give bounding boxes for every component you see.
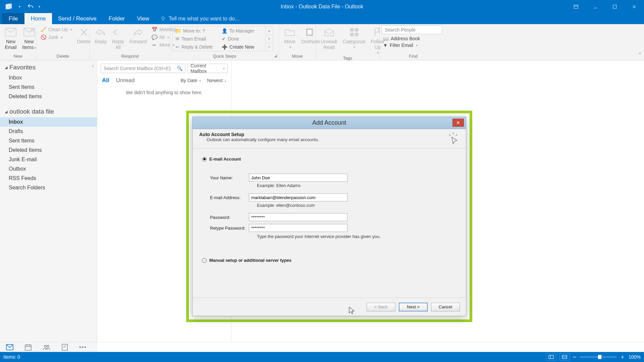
reply-all-button[interactable]: Reply All bbox=[109, 25, 127, 51]
nav-tasks-icon[interactable] bbox=[62, 344, 68, 351]
favorites-items: Inbox Sent Items Deleted Items bbox=[0, 72, 97, 105]
collapse-ribbon-icon[interactable]: ˄ bbox=[639, 52, 641, 58]
zoom-in-icon[interactable]: ＋ bbox=[620, 354, 625, 361]
clean-up-button[interactable]: 🧹Clean Up▾ bbox=[38, 26, 74, 33]
qs-team-email[interactable]: ✉Team Email bbox=[173, 35, 219, 43]
qs-to-manager[interactable]: 👤To Manager bbox=[219, 27, 265, 35]
group-delete: 🧹Clean Up▾ 🚫Junk▾ Delete Delete bbox=[36, 24, 90, 60]
nav-people-icon[interactable] bbox=[43, 344, 50, 350]
folder-junk[interactable]: Junk E-mail bbox=[0, 155, 97, 164]
move-button[interactable]: Move▾ bbox=[281, 25, 299, 50]
dialog-launcher-icon[interactable]: ◢ bbox=[274, 54, 277, 58]
tab-file[interactable]: File bbox=[2, 13, 24, 24]
chevron-up-icon[interactable]: ▲ bbox=[266, 27, 273, 35]
input-retype-password[interactable] bbox=[249, 224, 347, 232]
ribbon: New Email New Items▾ New 🧹Clean Up▾ 🚫Jun… bbox=[0, 24, 644, 60]
input-email[interactable] bbox=[249, 193, 347, 201]
address-book-button[interactable]: 📖Address Book bbox=[382, 36, 445, 41]
folder-deleted[interactable]: Deleted Items bbox=[0, 145, 97, 155]
bulb-icon bbox=[160, 16, 166, 22]
folder-sent[interactable]: Sent Items bbox=[0, 136, 97, 145]
triangle-down-icon: ◢ bbox=[5, 110, 7, 114]
group-label-new: New bbox=[0, 54, 36, 60]
dialog-close-button[interactable]: ✕ bbox=[452, 119, 464, 127]
filter-unread[interactable]: Unread bbox=[116, 77, 135, 84]
search-icon[interactable]: 🔍 bbox=[177, 66, 182, 71]
favorites-header[interactable]: ◢Favorites bbox=[5, 64, 92, 71]
new-email-button[interactable]: New Email bbox=[2, 25, 19, 51]
radio-manual-setup[interactable]: Manual setup or additional server types bbox=[202, 258, 457, 263]
search-mailbox-input[interactable]: Search Current Mailbox (Ctrl+E) 🔍 bbox=[101, 64, 185, 73]
svg-rect-10 bbox=[350, 28, 354, 32]
qs-reply-delete[interactable]: ↩Reply & Delete bbox=[173, 43, 219, 51]
hint-password: Type the password your Internet service … bbox=[210, 234, 457, 239]
folder-search[interactable]: Search Folders bbox=[0, 183, 97, 192]
filter-email-button[interactable]: ▼Filter Email▾ bbox=[382, 43, 445, 48]
cancel-button[interactable]: Cancel bbox=[431, 303, 460, 311]
app-icon bbox=[5, 3, 13, 11]
tell-me[interactable]: Tell me what you want to do... bbox=[160, 13, 239, 24]
nav-more-icon[interactable]: ••• bbox=[79, 344, 87, 350]
label-your-name: Your Name: bbox=[210, 175, 249, 180]
tab-send-receive[interactable]: Send / Receive bbox=[52, 13, 103, 24]
sort-order-dropdown[interactable]: Newest ↓ bbox=[207, 78, 226, 83]
new-items-button[interactable]: New Items▾ bbox=[19, 25, 39, 51]
fav-sent[interactable]: Sent Items bbox=[0, 82, 97, 92]
plus-icon: ➕ bbox=[222, 44, 227, 50]
group-respond: Reply Reply All Forward 📅Meeting 💬IM▾ ➥M… bbox=[90, 24, 170, 60]
dialog-title-bar[interactable]: Add Account ✕ bbox=[193, 117, 466, 129]
search-scope-dropdown[interactable]: Current Mailbox▾ bbox=[187, 64, 228, 73]
tab-home[interactable]: Home bbox=[24, 13, 52, 24]
qs-move-to[interactable]: 📁Move to: ? bbox=[173, 27, 219, 35]
fav-deleted[interactable]: Deleted Items bbox=[0, 92, 97, 101]
categorize-button[interactable]: Categorize▾ bbox=[340, 25, 368, 50]
triangle-down-icon: ◢ bbox=[5, 65, 7, 70]
filter-all[interactable]: All bbox=[102, 77, 109, 84]
junk-button[interactable]: 🚫Junk▾ bbox=[38, 34, 74, 41]
view-reading-icon[interactable] bbox=[559, 353, 570, 361]
undo-icon[interactable] bbox=[26, 3, 35, 11]
minimize-icon[interactable] bbox=[586, 0, 605, 13]
input-your-name[interactable] bbox=[249, 174, 347, 182]
tab-folder[interactable]: Folder bbox=[103, 13, 131, 24]
folder-inbox[interactable]: Inbox bbox=[0, 117, 97, 127]
dialog-title: Add Account bbox=[312, 119, 346, 126]
data-file-header[interactable]: ◢outlook data file bbox=[5, 108, 92, 115]
svg-rect-9 bbox=[308, 30, 312, 35]
radio-email-account[interactable]: E-mail Account bbox=[202, 157, 457, 162]
search-people-input[interactable]: Search People bbox=[382, 25, 442, 34]
quick-steps-gallery[interactable]: 📁Move to: ? ✉Team Email ↩Reply & Delete … bbox=[172, 26, 273, 51]
svg-point-17 bbox=[47, 345, 49, 347]
qs-done[interactable]: ✔Done bbox=[219, 35, 265, 43]
input-password[interactable] bbox=[249, 213, 347, 221]
reply-button[interactable]: Reply bbox=[92, 25, 109, 45]
next-button[interactable]: Next > bbox=[399, 303, 428, 311]
forward-button[interactable]: Forward bbox=[127, 25, 149, 45]
sort-by-dropdown[interactable]: By Date ▾ bbox=[181, 78, 201, 83]
categories-icon bbox=[348, 26, 360, 38]
nav-mail-icon[interactable] bbox=[6, 344, 13, 350]
zoom-slider[interactable] bbox=[580, 356, 616, 358]
close-icon[interactable] bbox=[625, 0, 644, 13]
qs-expand-icon[interactable]: ▾ bbox=[266, 43, 273, 51]
qs-scroll[interactable]: ▲▼▾ bbox=[265, 27, 273, 51]
envelope-star-icon bbox=[23, 26, 35, 38]
unread-read-button[interactable]: Unread/ Read bbox=[318, 25, 340, 51]
nav-calendar-icon[interactable] bbox=[25, 344, 32, 351]
back-button[interactable]: < Back bbox=[367, 303, 395, 311]
chevron-down-icon[interactable]: ▼ bbox=[266, 35, 273, 43]
zoom-out-icon[interactable]: − bbox=[573, 354, 577, 361]
qs-create-new[interactable]: ➕Create New bbox=[219, 43, 265, 51]
view-normal-icon[interactable] bbox=[546, 353, 556, 361]
ribbon-display-options-icon[interactable] bbox=[566, 0, 586, 13]
qat-dropdown-icon[interactable]: ▾ bbox=[19, 5, 20, 8]
folder-rss[interactable]: RSS Feeds bbox=[0, 174, 97, 183]
status-bar: Items: 0 − ＋ 100% bbox=[0, 352, 644, 362]
folder-outbox[interactable]: Outbox bbox=[0, 164, 97, 174]
folder-drafts[interactable]: Drafts bbox=[0, 127, 97, 136]
collapse-nav-icon[interactable]: ‹ bbox=[92, 63, 94, 68]
fav-inbox[interactable]: Inbox bbox=[0, 73, 97, 82]
qat-customize-icon[interactable]: ▾ bbox=[39, 5, 40, 8]
maximize-icon[interactable] bbox=[605, 0, 625, 13]
tab-view[interactable]: View bbox=[131, 13, 155, 24]
